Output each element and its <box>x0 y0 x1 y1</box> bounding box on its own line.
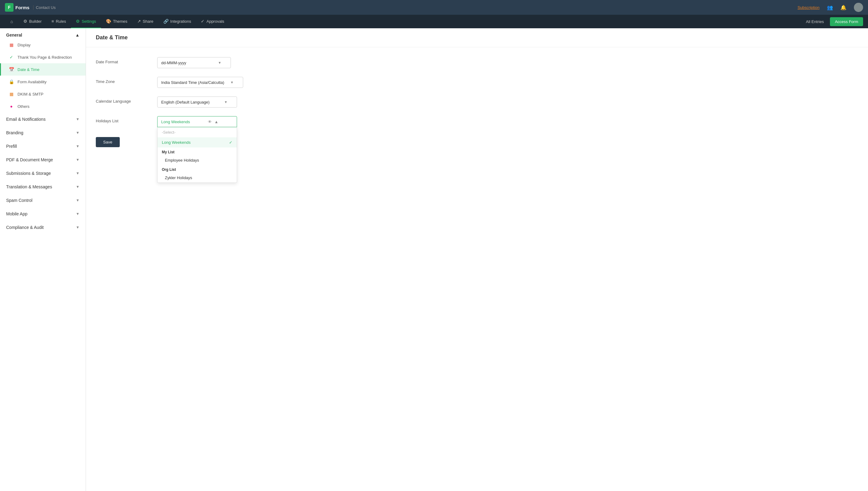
dropdown-org-list-header: Org List <box>157 165 237 173</box>
themes-icon: 🎨 <box>106 19 111 24</box>
navbar: ⌂ ⚙ Builder ≡ Rules ⚙ Settings 🎨 Themes … <box>0 15 868 28</box>
integrations-icon: 🔗 <box>163 19 168 24</box>
sidebar-general-section: General ▲ ▦ Display ✓ Thank You Page & R… <box>0 28 86 112</box>
branding-chevron-icon: ▼ <box>76 131 80 135</box>
settings-icon: ⚙ <box>76 19 80 24</box>
calendar-language-label: Calendar Language <box>96 96 157 104</box>
compliance-chevron-icon: ▼ <box>76 225 80 230</box>
logo-icon: F <box>5 3 13 12</box>
dropdown-long-weekends[interactable]: Long Weekends ✓ <box>157 137 237 147</box>
time-zone-select[interactable]: India Standard Time (Asia/Calcutta) ▼ <box>157 77 243 88</box>
nav-themes[interactable]: 🎨 Themes <box>101 15 132 28</box>
sidebar: General ▲ ▦ Display ✓ Thank You Page & R… <box>0 28 86 491</box>
holidays-icons: 👁 ▲ <box>208 119 218 124</box>
calendar-language-row: Calendar Language English (Default Langu… <box>96 96 858 108</box>
main-layout: General ▲ ▦ Display ✓ Thank You Page & R… <box>0 28 868 491</box>
prefill-chevron-icon: ▼ <box>76 144 80 148</box>
dropdown-placeholder[interactable]: -Select- <box>157 127 237 137</box>
dropdown-zykler-holidays[interactable]: Zykler Holidays <box>157 173 237 182</box>
date-format-row: Date Format dd-MMM-yyyy ▼ <box>96 57 858 68</box>
nav-approvals[interactable]: ✓ Approvals <box>196 15 229 28</box>
eye-icon[interactable]: 👁 <box>208 119 212 124</box>
app-logo[interactable]: F Forms <box>5 3 29 12</box>
dropdown-employee-holidays[interactable]: Employee Holidays <box>157 155 237 165</box>
nav-builder[interactable]: ⚙ Builder <box>19 15 46 28</box>
pdf-chevron-icon: ▼ <box>76 157 80 162</box>
content-header: Date & Time <box>86 28 868 47</box>
display-icon: ▦ <box>8 42 14 48</box>
topbar: F Forms Contact Us Subscription 👥 🔔 <box>0 0 868 15</box>
spam-chevron-icon: ▼ <box>76 198 80 202</box>
page-title: Date & Time <box>96 34 858 41</box>
save-button[interactable]: Save <box>96 137 120 147</box>
holidays-select[interactable]: Long Weekends 👁 ▲ <box>157 116 237 127</box>
calendar-language-field: English (Default Language) ▼ <box>157 96 858 108</box>
share-icon: ↗ <box>137 19 141 24</box>
sidebar-item-display[interactable]: ▦ Display <box>0 39 86 51</box>
others-icon: ● <box>8 103 14 109</box>
dkim-icon: ▦ <box>8 91 14 97</box>
sidebar-item-availability[interactable]: 🔒 Form Availability <box>0 76 86 88</box>
app-name: Forms <box>16 5 29 10</box>
sidebar-compliance-section[interactable]: Compliance & Audit ▼ <box>0 221 86 234</box>
sidebar-item-others[interactable]: ● Others <box>0 100 86 112</box>
holidays-list-field: Long Weekends 👁 ▲ -Select- Long Weekends <box>157 116 858 127</box>
sidebar-prefill-section[interactable]: Prefill ▼ <box>0 140 86 153</box>
sidebar-pdf-section[interactable]: PDF & Document Merge ▼ <box>0 153 86 167</box>
calendar-language-select-wrapper: English (Default Language) ▼ <box>157 96 237 108</box>
sidebar-item-datetime[interactable]: 📅 Date & Time <box>0 63 86 76</box>
time-zone-select-wrapper: India Standard Time (Asia/Calcutta) ▼ <box>157 77 243 88</box>
holidays-chevron-icon[interactable]: ▲ <box>214 119 218 124</box>
date-format-chevron-icon: ▼ <box>218 61 221 64</box>
sidebar-translation-section[interactable]: Translation & Messages ▼ <box>0 180 86 194</box>
date-format-select[interactable]: dd-MMM-yyyy ▼ <box>157 57 231 68</box>
sidebar-item-dkim[interactable]: ▦ DKIM & SMTP <box>0 88 86 100</box>
calendar-language-select[interactable]: English (Default Language) ▼ <box>157 96 237 108</box>
sidebar-spam-section[interactable]: Spam Control ▼ <box>0 194 86 207</box>
all-entries-button[interactable]: All Entries <box>802 18 828 26</box>
nav-rules[interactable]: ≡ Rules <box>46 15 71 28</box>
sidebar-mobile-section[interactable]: Mobile App ▼ <box>0 207 86 221</box>
user-avatar[interactable] <box>854 3 863 12</box>
date-format-label: Date Format <box>96 57 157 64</box>
email-chevron-icon: ▼ <box>76 117 80 121</box>
calendar-language-chevron-icon: ▼ <box>224 100 227 104</box>
builder-icon: ⚙ <box>23 19 27 24</box>
date-format-select-wrapper: dd-MMM-yyyy ▼ <box>157 57 231 68</box>
navbar-right: All Entries Access Form <box>802 17 868 26</box>
nav-settings[interactable]: ⚙ Settings <box>71 15 101 28</box>
mobile-chevron-icon: ▼ <box>76 212 80 216</box>
time-zone-row: Time Zone India Standard Time (Asia/Calc… <box>96 77 858 88</box>
content-area: Date & Time Date Format dd-MMM-yyyy ▼ Ti… <box>86 28 868 491</box>
people-icon[interactable]: 👥 <box>827 5 833 10</box>
rules-icon: ≡ <box>51 19 54 24</box>
sidebar-submissions-section[interactable]: Submissions & Storage ▼ <box>0 167 86 180</box>
translation-chevron-icon: ▼ <box>76 185 80 189</box>
time-zone-chevron-icon: ▼ <box>230 81 234 84</box>
checkmark-icon: ✓ <box>229 140 232 145</box>
nav-integrations[interactable]: 🔗 Integrations <box>158 15 196 28</box>
thankyou-icon: ✓ <box>8 54 14 60</box>
dropdown-my-list-header: My List <box>157 147 237 155</box>
holidays-dropdown-menu: -Select- Long Weekends ✓ My List Employe… <box>157 127 237 183</box>
home-nav-item[interactable]: ⌂ <box>5 15 19 28</box>
datetime-icon: 📅 <box>8 66 14 73</box>
holidays-list-label: Holidays List <box>96 116 157 123</box>
subscription-link[interactable]: Subscription <box>797 5 819 10</box>
sidebar-general-header[interactable]: General ▲ <box>0 28 86 39</box>
availability-icon: 🔒 <box>8 79 14 85</box>
bell-icon[interactable]: 🔔 <box>840 5 846 10</box>
holidays-list-row: Holidays List Long Weekends 👁 ▲ -Sele <box>96 116 858 127</box>
access-form-button[interactable]: Access Form <box>830 17 863 26</box>
breadcrumb: Contact Us <box>33 5 56 10</box>
nav-share[interactable]: ↗ Share <box>132 15 158 28</box>
submissions-chevron-icon: ▼ <box>76 171 80 175</box>
sidebar-branding-section[interactable]: Branding ▼ <box>0 126 86 140</box>
sidebar-item-thankyou[interactable]: ✓ Thank You Page & Redirection <box>0 51 86 63</box>
holidays-dropdown-wrapper: Long Weekends 👁 ▲ -Select- Long Weekends <box>157 116 237 127</box>
general-chevron-icon: ▲ <box>75 33 80 37</box>
date-format-field: dd-MMM-yyyy ▼ <box>157 57 858 68</box>
sidebar-email-section[interactable]: Email & Notifications ▼ <box>0 112 86 126</box>
time-zone-field: India Standard Time (Asia/Calcutta) ▼ <box>157 77 858 88</box>
content-body: Date Format dd-MMM-yyyy ▼ Time Zone <box>86 47 868 157</box>
